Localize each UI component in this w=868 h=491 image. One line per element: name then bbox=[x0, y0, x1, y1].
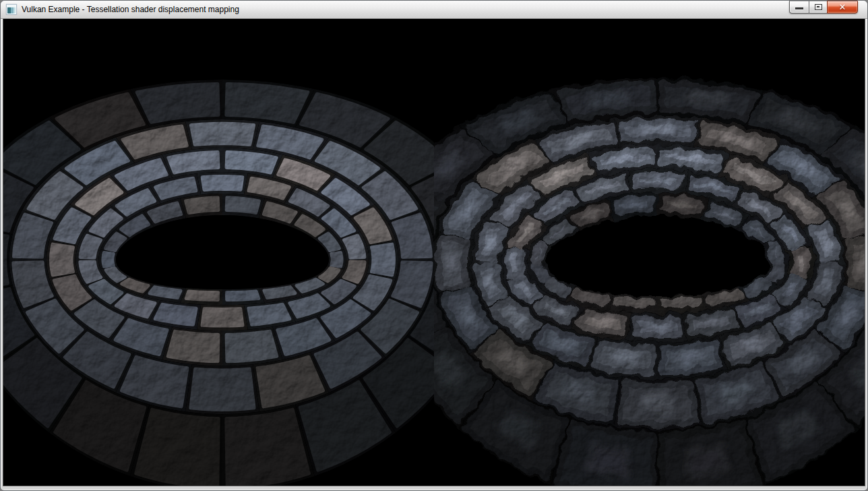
pane-torus-passthrough[interactable] bbox=[3, 19, 434, 486]
maximize-icon bbox=[815, 4, 822, 10]
maximize-button[interactable] bbox=[809, 1, 828, 13]
application-icon-art bbox=[7, 5, 16, 13]
torus-mesh-passthrough bbox=[3, 80, 434, 486]
window-controls: ✕ bbox=[790, 1, 858, 13]
window-frame bbox=[1, 19, 867, 490]
application-icon[interactable] bbox=[6, 4, 17, 15]
minimize-button[interactable] bbox=[789, 1, 809, 13]
render-viewport bbox=[3, 19, 865, 486]
close-button[interactable]: ✕ bbox=[827, 1, 858, 13]
pane-torus-displaced[interactable] bbox=[434, 19, 865, 486]
torus-mesh-displaced bbox=[434, 78, 865, 486]
close-icon: ✕ bbox=[839, 3, 846, 11]
vulkan-example-window: Vulkan Example - Tessellation shader dis… bbox=[0, 0, 868, 491]
window-title: Vulkan Example - Tessellation shader dis… bbox=[22, 1, 239, 19]
titlebar[interactable]: Vulkan Example - Tessellation shader dis… bbox=[1, 1, 867, 19]
minimize-icon bbox=[795, 7, 803, 9]
